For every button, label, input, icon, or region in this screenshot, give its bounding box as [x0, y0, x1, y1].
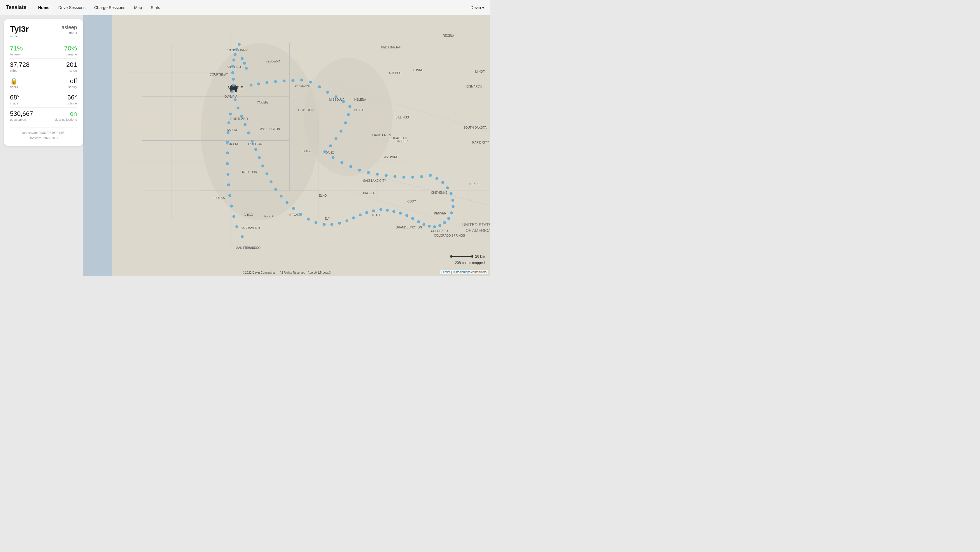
map-copyright: © 2022 Devin Cunningham - All Rights Res… [242, 271, 331, 274]
data-collections-label: data collections [55, 118, 77, 121]
svg-point-4 [201, 43, 319, 220]
svg-point-180 [240, 235, 243, 239]
svg-point-82 [231, 65, 234, 68]
svg-point-111 [349, 165, 352, 168]
svg-point-97 [309, 81, 312, 83]
range-value: 201 [66, 61, 77, 68]
svg-text:OLYMPIA: OLYMPIA [224, 95, 237, 98]
svg-point-137 [399, 212, 402, 215]
nav-map[interactable]: Map [130, 3, 146, 12]
svg-point-169 [228, 121, 231, 124]
svg-text:SOUTH DAKOTA: SOUTH DAKOTA [463, 126, 487, 129]
copyright-text: © 2022 Devin Cunningham - All Rights Res… [242, 271, 331, 274]
svg-text:MINOT: MINOT [475, 70, 485, 73]
svg-point-162 [247, 131, 250, 134]
svg-point-157 [266, 172, 268, 175]
svg-point-150 [307, 218, 310, 221]
svg-text:BILLINGS: BILLINGS [396, 116, 409, 119]
car-name: Tyl3r [10, 24, 29, 34]
svg-point-139 [386, 208, 389, 212]
miles-item: 37,728 miles [10, 61, 29, 72]
range-item: 201 range [66, 61, 77, 72]
points-mapped-label: 208 points mapped [455, 261, 485, 265]
doors-label: doors [10, 85, 18, 89]
svg-text:NEBR.: NEBR. [469, 182, 478, 186]
svg-point-95 [291, 79, 294, 82]
nav-drive-sessions[interactable]: Drive Sessions [55, 3, 89, 12]
svg-text:OREGON: OREGON [248, 142, 262, 146]
car-status-group: asleep status [62, 24, 77, 35]
svg-text:SAN JO: SAN JO [244, 246, 255, 250]
svg-point-113 [367, 171, 370, 174]
svg-point-107 [329, 145, 332, 147]
scale-line [450, 256, 473, 257]
battery-label: battery [10, 52, 23, 56]
inside-temp-label: inside [10, 102, 19, 105]
svg-point-105 [339, 130, 342, 132]
svg-point-148 [323, 223, 326, 226]
doors-item: 🔒 doors [10, 77, 18, 89]
nav-stats[interactable]: Stats [147, 3, 164, 12]
user-menu[interactable]: Devin ▾ [471, 5, 484, 10]
car-header: Tyl3r name asleep status [10, 24, 77, 38]
svg-text:ELY: ELY [325, 217, 331, 220]
svg-point-171 [226, 141, 229, 144]
svg-point-152 [292, 207, 295, 210]
svg-point-132 [428, 225, 431, 227]
svg-point-78 [235, 90, 237, 92]
svg-point-166 [234, 98, 237, 101]
svg-point-110 [340, 161, 343, 164]
svg-point-146 [338, 222, 341, 225]
svg-point-156 [269, 180, 272, 183]
svg-text:HAVRE: HAVRE [413, 68, 423, 72]
svg-point-117 [402, 176, 406, 178]
svg-point-138 [392, 210, 395, 213]
outside-temp-label: outside [67, 102, 77, 105]
svg-point-129 [443, 221, 446, 224]
data-collections-value: on [70, 110, 77, 118]
svg-point-83 [232, 59, 235, 62]
svg-text:EUREKA: EUREKA [213, 196, 225, 200]
svg-point-160 [255, 148, 257, 151]
svg-text:BISMARCK: BISMARCK [466, 85, 482, 88]
vehicle-card: Tyl3r name asleep status 71% battery 70%… [4, 19, 83, 146]
svg-point-161 [251, 140, 254, 143]
svg-text:PROVO: PROVO [363, 192, 374, 195]
nav-home[interactable]: Home [35, 3, 53, 12]
sentry-item: off sentry [68, 77, 77, 89]
svg-point-147 [331, 223, 333, 226]
battery-row: 71% battery 70% useable [10, 42, 77, 58]
svg-point-155 [274, 188, 277, 191]
svg-text:IDAHO FALLS: IDAHO FALLS [372, 134, 391, 137]
svg-rect-75 [230, 86, 237, 91]
app-brand: Tesalate [6, 5, 27, 11]
svg-text:VICTORIA: VICTORIA [228, 66, 242, 69]
svg-point-144 [352, 216, 355, 220]
nav-links: Home Drive Sessions Charge Sessions Map … [35, 3, 164, 12]
svg-point-141 [372, 210, 375, 212]
svg-text:YAKIMA: YAKIMA [257, 101, 268, 104]
useable-value: 70% [64, 45, 77, 52]
svg-text:UTAH: UTAH [372, 213, 380, 217]
stadiamaps-link[interactable]: stadiamaps [456, 270, 471, 274]
svg-point-174 [227, 173, 229, 176]
svg-point-135 [411, 217, 414, 220]
svg-point-121 [436, 177, 438, 180]
svg-point-125 [451, 199, 454, 202]
svg-point-100 [334, 95, 337, 98]
car-name-group: Tyl3r name [10, 24, 29, 38]
svg-point-133 [422, 223, 425, 226]
svg-point-112 [358, 169, 361, 172]
svg-point-173 [226, 162, 229, 165]
map-svg: VANCOUVER VICTORIA SEATTLE OLYMPIA COURT… [83, 15, 490, 276]
nav-charge-sessions[interactable]: Charge Sessions [91, 3, 129, 12]
svg-text:CASPER: CASPER [396, 140, 408, 143]
svg-text:GRAND JUNCTION: GRAND JUNCTION [396, 226, 422, 229]
svg-point-164 [240, 115, 243, 118]
miles-row: 37,728 miles 201 range [10, 58, 77, 75]
map-container: VANCOUVER VICTORIA SEATTLE OLYMPIA COURT… [83, 15, 490, 276]
leaflet-link[interactable]: Leaflet [441, 270, 450, 274]
map-attribution: Leaflet | © stadiamaps contributors [440, 270, 488, 274]
svg-point-86 [238, 43, 240, 46]
svg-point-79 [232, 84, 235, 87]
